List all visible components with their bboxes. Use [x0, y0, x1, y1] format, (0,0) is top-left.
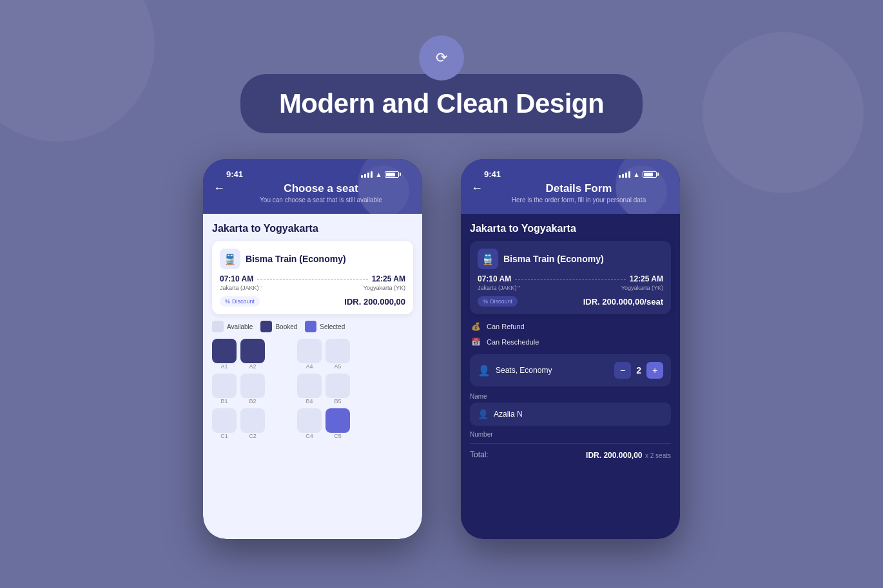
loader-icon: ⟳	[436, 50, 447, 66]
left-train-name: Bisma Train (Economy)	[246, 254, 346, 264]
seat-a2[interactable]: A2	[240, 339, 265, 370]
left-route-line: →	[257, 279, 368, 280]
name-input[interactable]: 👤 Azalia N	[470, 403, 671, 426]
seats-selector: 👤 Seats, Economy − 2 +	[470, 354, 671, 386]
seat-grid: A1 A2 A4 A5	[212, 339, 413, 439]
right-nav-title: Details Form	[488, 182, 670, 195]
seats-left: 👤 Seats, Economy	[478, 365, 552, 377]
right-discount-label: Discount	[490, 298, 512, 305]
booked-label: Booked	[275, 323, 297, 330]
right-nav-subtitle: Here is the order form, fill in your per…	[488, 196, 670, 204]
left-status-time: 9:41	[226, 169, 243, 179]
right-station-labels: Jakarta (JAKK) Yogyakarta (YK)	[478, 285, 663, 291]
left-status-icons: ▲	[361, 171, 399, 178]
right-battery-icon	[643, 171, 657, 178]
seats-count: 2	[636, 365, 641, 375]
right-route-arrow: →	[515, 283, 521, 290]
total-value-wrapper: IDR. 200.000,00 x 2 seats	[586, 449, 671, 460]
available-label: Available	[227, 323, 253, 330]
seat-b2[interactable]: B2	[240, 374, 265, 404]
left-route-title: Jakarta to Yogyakarta	[212, 223, 413, 234]
legend-available: Available	[212, 321, 253, 332]
right-discount-badge: % Discount	[478, 296, 518, 307]
left-wifi-icon: ▲	[375, 171, 382, 178]
right-phone-nav: 9:41 ▲ ← Details Form	[461, 159, 680, 214]
right-route-title: Jakarta to Yogyakarta	[470, 223, 671, 234]
seat-row-c: C1 C2 C4 C5	[212, 408, 413, 439]
can-refund-label: Can Refund	[487, 323, 525, 330]
seat-c1[interactable]: C1	[212, 408, 237, 439]
seat-row-b: B1 B2 B4 B5	[212, 374, 413, 404]
name-label: Name	[470, 393, 671, 400]
name-value: Azalia N	[494, 410, 523, 419]
number-form-section: Number	[470, 431, 671, 438]
bg-decoration-left	[0, 0, 155, 142]
right-train-route: 07:10 AM → 12:25 AM	[478, 274, 663, 283]
seat-b4[interactable]: B4	[297, 374, 322, 404]
right-phone-content: Jakarta to Yogyakarta 🚆 Bisma Train (Eco…	[461, 214, 680, 539]
seat-a1[interactable]: A1	[212, 339, 237, 370]
seat-c4[interactable]: C4	[297, 408, 322, 439]
left-depart-station: Jakarta (JAKK)	[220, 285, 259, 291]
seat-legend: Available Booked Selected	[212, 321, 413, 332]
right-arrive-time: 12:25 AM	[630, 274, 663, 283]
selected-label: Selected	[320, 323, 345, 330]
total-value: IDR. 200.000,00	[586, 451, 642, 460]
left-train-header: 🚆 Bisma Train (Economy)	[220, 249, 405, 269]
left-train-card: 🚆 Bisma Train (Economy) 07:10 AM → 12:25…	[212, 241, 413, 314]
increase-seats-button[interactable]: +	[646, 362, 663, 379]
total-label: Total:	[470, 450, 489, 459]
right-status-icons: ▲	[619, 171, 657, 178]
left-phone-nav: 9:41 ▲ ← Choose a seat	[203, 159, 422, 214]
left-status-bar: 9:41 ▲	[213, 164, 412, 182]
right-train-name: Bisma Train (Economy)	[503, 254, 604, 264]
seat-c2[interactable]: C2	[240, 408, 265, 439]
left-signal-icon	[361, 171, 373, 178]
seats-label: Seats, Economy	[496, 366, 552, 375]
left-train-icon: 🚆	[220, 249, 240, 269]
selected-box	[305, 321, 316, 332]
header-section: ⟳ Modern and Clean Design	[240, 35, 643, 133]
name-input-icon: 👤	[478, 409, 489, 419]
available-box	[212, 321, 224, 332]
left-price-row: % Discount IDR. 200.000,00	[220, 296, 405, 307]
left-price: IDR. 200.000,00	[344, 297, 405, 307]
seat-row-a: A1 A2 A4 A5	[212, 339, 413, 370]
seat-c5[interactable]: C5	[325, 408, 350, 439]
right-status-bar: 9:41 ▲	[471, 164, 670, 182]
left-discount-icon: %	[225, 298, 230, 305]
left-discount-badge: % Discount	[220, 296, 260, 307]
seat-a5[interactable]: A5	[325, 339, 350, 370]
right-discount-icon: %	[483, 298, 488, 305]
legend-booked: Booked	[260, 321, 297, 332]
decrease-seats-button[interactable]: −	[614, 362, 631, 379]
left-train-route: 07:10 AM → 12:25 AM	[220, 274, 405, 283]
right-depart-time: 07:10 AM	[478, 274, 511, 283]
seat-b5[interactable]: B5	[325, 374, 350, 404]
right-price: IDR. 200.000,00/seat	[583, 297, 663, 307]
left-discount-label: Discount	[232, 298, 255, 305]
number-label: Number	[470, 431, 671, 438]
reschedule-icon: 📅	[470, 336, 481, 348]
main-title: Modern and Clean Design	[279, 88, 604, 119]
refund-icon: 💰	[470, 321, 481, 332]
right-depart-station: Jakarta (JAKK)	[478, 285, 517, 291]
seat-a4[interactable]: A4	[297, 339, 322, 370]
left-station-labels: Jakarta (JAKK) Yogyakarta (YK)	[220, 285, 405, 291]
seats-counter: − 2 +	[614, 362, 663, 379]
can-reschedule-row: 📅 Can Reschedule	[470, 336, 671, 348]
can-refund-row: 💰 Can Refund	[470, 321, 671, 332]
left-depart-time: 07:10 AM	[220, 274, 253, 283]
left-back-button[interactable]: ←	[213, 182, 225, 195]
can-reschedule-label: Can Reschedule	[487, 338, 539, 346]
left-nav-title: Choose a seat	[230, 182, 412, 195]
phone-left: 9:41 ▲ ← Choose a seat	[203, 159, 422, 539]
left-arrive-station: Yogyakarta (YK)	[364, 285, 405, 291]
right-back-button[interactable]: ←	[471, 182, 483, 195]
name-form-section: Name 👤 Azalia N	[470, 393, 671, 426]
right-status-time: 9:41	[484, 169, 501, 179]
right-route-line: →	[515, 279, 626, 280]
seat-b1[interactable]: B1	[212, 374, 237, 404]
loader-icon-wrapper: ⟳	[419, 35, 464, 81]
right-arrive-station: Yogyakarta (YK)	[621, 285, 663, 291]
